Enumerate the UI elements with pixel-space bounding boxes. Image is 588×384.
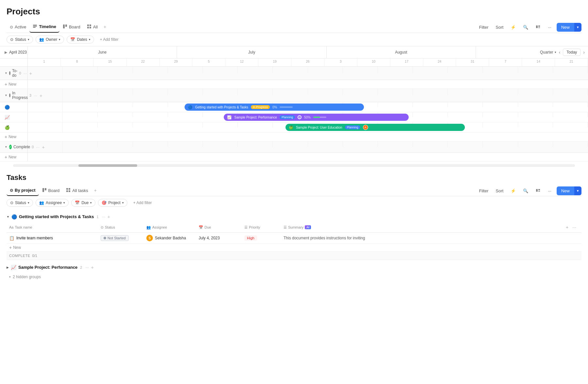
add-filter-btn[interactable]: + Add filter <box>97 36 122 43</box>
task1-bar[interactable]: 🔵 Getting started with Projects & Tasks … <box>185 104 364 111</box>
tasks-status-filter[interactable]: ⊙ Status ▾ <box>7 199 33 207</box>
add-task-btn[interactable]: + New <box>9 245 579 250</box>
todo-new-btn[interactable]: + New <box>0 80 28 88</box>
filter-button[interactable]: Filter <box>477 24 490 31</box>
chevron-down-icon: ▾ <box>28 38 29 41</box>
tasks-layout-icon <box>535 189 541 194</box>
board-icon <box>63 24 67 30</box>
next-period-icon[interactable]: › <box>583 50 585 55</box>
svg-rect-12 <box>69 188 70 190</box>
not-started-label: Not Started <box>107 236 126 240</box>
today-button[interactable]: Today <box>563 49 580 56</box>
group2-header: ▶ 📈 Sample Project: Performance 2 ··· + <box>7 261 581 271</box>
complete-new-plus-icon: + <box>5 154 7 160</box>
tasks-lightning-icon: ⚡ <box>511 188 516 193</box>
task-invite-row: 📋 Invite team members Not Started S <box>7 233 581 244</box>
tasks-ellipsis-icon: ··· <box>548 188 551 193</box>
tasks-sort-button[interactable]: Sort <box>494 187 505 195</box>
todo-ellipsis[interactable]: ··· <box>24 71 27 76</box>
task-row-2: 📈 📈 Sample Project: Performance Planning… <box>0 112 588 122</box>
tab-active[interactable]: ⊙ Active <box>7 23 29 32</box>
more-columns-button[interactable]: ··· <box>571 224 578 231</box>
group2-expand-icon[interactable]: ▶ <box>7 266 9 269</box>
task2-avatar: S <box>298 115 302 119</box>
new-project-button[interactable]: New <box>557 23 574 32</box>
projects-header-actions: Filter Sort ⚡ 🔍 ··· New ▾ <box>477 23 581 32</box>
dates-filter[interactable]: 📅 Dates ▾ <box>67 36 94 43</box>
group1-collapse-icon[interactable]: ▼ <box>7 215 9 218</box>
ai-badge-header: AI <box>305 225 311 229</box>
new-task-caret[interactable]: ▾ <box>574 186 581 195</box>
svg-rect-0 <box>33 25 37 25</box>
task3-label-cell: 🍏 <box>0 122 28 132</box>
complete-collapse-icon[interactable]: ▼ <box>5 145 8 149</box>
tab-tasks-board[interactable]: Board <box>39 186 63 196</box>
date-cells: 1 8 15 22 29 5 12 19 26 3 10 17 24 31 7 … <box>28 58 588 66</box>
inprogress-new-btn[interactable]: + New <box>0 133 28 141</box>
task1-progress-bar <box>280 106 293 108</box>
svg-rect-3 <box>63 24 65 28</box>
col-summary-icon: ☰ <box>284 225 287 230</box>
tasks-search-button[interactable]: 🔍 <box>521 187 530 195</box>
add-column-button[interactable]: + <box>564 224 570 231</box>
more-button[interactable]: ··· <box>546 24 553 31</box>
timeline-scrollbar-thumb[interactable] <box>78 164 137 167</box>
add-view-button[interactable]: + <box>102 24 107 31</box>
july-label: July <box>177 46 326 58</box>
tab-alltasks[interactable]: All tasks <box>63 186 91 196</box>
date-29: 29 <box>160 58 193 66</box>
hidden-groups-row[interactable]: ▾ 2 hidden groups <box>7 271 581 282</box>
tasks-add-view-button[interactable]: + <box>93 187 98 195</box>
task-invite-assignee-cell: S Sekander Badsha <box>144 233 196 244</box>
task1-label-cell: 🔵 <box>0 102 28 112</box>
tasks-project-chevron: ▾ <box>122 201 124 204</box>
tasks-layout-button[interactable] <box>533 186 543 195</box>
tasks-lightning-button[interactable]: ⚡ <box>509 187 518 195</box>
task-invite-status[interactable]: Not Started <box>101 235 129 241</box>
projects-section: Projects ⊙ Active Timeline Board All <box>0 0 588 46</box>
todo-new-plus-icon: + <box>5 82 7 87</box>
status-filter[interactable]: ⊙ Status ▾ <box>7 36 33 43</box>
april-expand[interactable]: ▶ April 2023 <box>0 46 28 58</box>
tab-timeline[interactable]: Timeline <box>29 22 59 33</box>
tasks-status-chevron: ▾ <box>28 201 29 204</box>
lightning-button[interactable]: ⚡ <box>509 24 518 31</box>
group1-ellipsis[interactable]: ··· <box>102 214 106 219</box>
task-invite-name[interactable]: Invite team members <box>16 236 53 240</box>
layout-button[interactable] <box>533 23 543 32</box>
task3-bar[interactable]: 🍏 Sample Project: User Education Plannin… <box>286 124 465 131</box>
date-5: 5 <box>192 58 225 66</box>
tasks-assignee-filter[interactable]: 👥 Assignee ▾ <box>36 199 69 207</box>
group2-ellipsis[interactable]: ··· <box>85 265 89 270</box>
new-task-button[interactable]: New <box>557 186 574 195</box>
inprogress-collapse-icon[interactable]: ▼ <box>5 94 8 97</box>
task1-bar-icon: 🔵 <box>188 105 192 109</box>
tasks-add-filter-btn[interactable]: + Add filter <box>130 199 155 206</box>
tasks-more-button[interactable]: ··· <box>546 187 553 195</box>
inprogress-new-plus-icon: + <box>5 134 7 139</box>
assignee-wrapper: S Sekander Badsha <box>146 235 193 241</box>
svg-rect-5 <box>87 24 89 26</box>
owner-filter[interactable]: 👥 Owner ▾ <box>36 36 64 43</box>
inprogress-timeline-cell <box>28 89 588 102</box>
tab-byproject[interactable]: ⊙ By project <box>7 186 39 196</box>
assignee-name: Sekander Badsha <box>155 236 186 240</box>
task1-status-badge: In Progress <box>251 105 270 109</box>
complete-new-btn[interactable]: + New <box>0 153 28 161</box>
tasks-project-filter[interactable]: 🎯 Project ▾ <box>98 199 127 207</box>
search-button[interactable]: 🔍 <box>521 24 530 31</box>
tab-board[interactable]: Board <box>59 22 84 32</box>
projects-title: Projects <box>7 7 40 17</box>
group2-add[interactable]: + <box>91 264 94 270</box>
new-project-caret[interactable]: ▾ <box>574 23 581 32</box>
todo-collapse-icon[interactable]: ▼ <box>5 72 8 75</box>
tasks-due-filter[interactable]: 📅 Due ▾ <box>71 199 95 207</box>
col-assignee-label: Assignee <box>152 225 167 229</box>
tasks-filter-button[interactable]: Filter <box>477 187 490 195</box>
group1-add[interactable]: + <box>107 214 110 219</box>
task2-bar[interactable]: 📈 Sample Project: Performance Planning S… <box>224 114 409 121</box>
sort-button[interactable]: Sort <box>494 24 505 31</box>
prev-period-icon[interactable]: ‹ <box>559 50 561 55</box>
tab-all[interactable]: All <box>84 22 101 32</box>
quarter-selector[interactable]: Quarter ▾ <box>540 50 556 55</box>
